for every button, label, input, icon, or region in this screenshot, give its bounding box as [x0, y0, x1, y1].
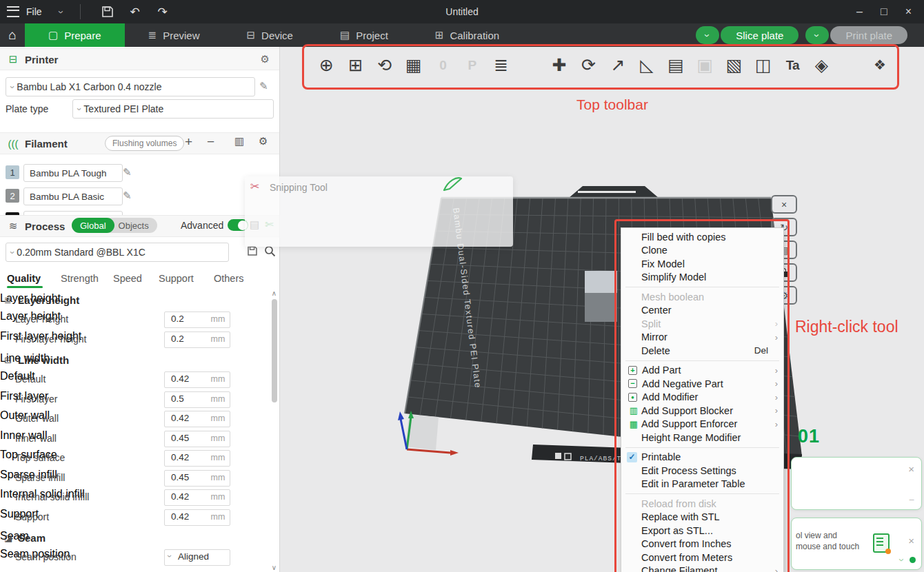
toast-collapse-icon[interactable]: − [909, 494, 914, 505]
undo-icon[interactable]: ↶ [125, 5, 145, 19]
param-value[interactable]: 0.2 [171, 314, 184, 324]
context-menu-item[interactable]: Edit Process Settings [621, 464, 783, 478]
context-menu-item[interactable]: Height Range Modifier [621, 431, 783, 445]
sidebar-scrollbar[interactable]: ∧ ∨ [270, 289, 279, 572]
context-menu-item[interactable]: ▦ Add Support Enforcer › [621, 418, 783, 431]
context-menu-item[interactable]: − Add Negative Part › [621, 377, 783, 391]
printer-settings-gear-icon[interactable]: ⚙ [261, 53, 270, 65]
context-menu-item[interactable]: ✓ Printable [621, 451, 783, 464]
filament-edit-icon[interactable]: ✎ [123, 190, 132, 202]
process-scope-toggle[interactable]: Global Objects [72, 218, 157, 233]
menu-item-label: Edit in Parameter Table [641, 478, 768, 489]
toast-expand-icon[interactable]: › [897, 558, 907, 562]
context-menu-item[interactable] [621, 491, 783, 497]
filament-name-select[interactable]: Bambu PLA Basic [23, 187, 123, 205]
process-preset-select[interactable]: › 0.20mm Standard @BBL X1C [6, 243, 229, 262]
param-unit: mm [207, 374, 229, 384]
context-menu-item[interactable]: Clone [621, 244, 783, 258]
plate-type-select[interactable]: › Textured PEI Plate [72, 99, 274, 119]
context-menu-item[interactable]: Mesh boolean [621, 290, 783, 304]
menu-icon[interactable] [7, 6, 19, 17]
tab-calibration[interactable]: ⊞ Calibration [412, 23, 523, 47]
tab-project[interactable]: ▤ Project [317, 23, 412, 47]
group-title: Layer height [18, 294, 79, 306]
context-menu-item[interactable]: Delete Del [621, 344, 783, 358]
filament-number-badge[interactable]: 1 [6, 165, 19, 179]
scope-objects[interactable]: Objects [114, 221, 157, 231]
context-menu-item[interactable]: Center [621, 304, 783, 318]
home-icon[interactable]: ⌂ [0, 23, 25, 47]
search-preset-icon[interactable] [264, 245, 276, 257]
model-cube-top[interactable] [585, 271, 617, 293]
scope-global[interactable]: Global [72, 218, 114, 233]
redo-icon[interactable]: ↷ [152, 5, 173, 19]
toast-close-icon[interactable]: × [908, 535, 914, 547]
ams-icon[interactable]: ▥ [234, 135, 244, 147]
context-menu-item[interactable]: Convert from Inches [621, 538, 783, 551]
filament-edit-icon[interactable]: ✎ [123, 166, 132, 178]
minimize-icon[interactable]: – [856, 6, 863, 18]
file-menu[interactable]: File [26, 6, 42, 17]
context-menu-item[interactable]: Change Filament › [621, 564, 783, 572]
filament-number-badge[interactable]: 2 [6, 189, 19, 203]
clipboard-icon[interactable] [873, 533, 890, 553]
param-value[interactable]: 0.42 [171, 452, 189, 462]
context-menu-item[interactable]: Fill bed with copies [621, 230, 783, 244]
tab-device[interactable]: ⊟ Device [223, 23, 317, 47]
param-value[interactable]: 0.42 [171, 511, 189, 522]
param-value[interactable]: 0.42 [171, 374, 189, 384]
maximize-icon[interactable]: □ [881, 6, 887, 18]
context-menu-item[interactable]: Convert from Meters [621, 551, 783, 564]
tab-support[interactable]: Support [159, 273, 194, 284]
submenu-chevron-icon: › [775, 419, 778, 429]
print-options-icon[interactable]: › [805, 26, 829, 44]
param-value[interactable]: 0.5 [171, 394, 184, 404]
tab-quality[interactable]: Quality [7, 273, 41, 284]
print-plate-button[interactable]: Print plate [830, 26, 907, 44]
chevron-down-icon[interactable]: › [57, 10, 67, 14]
model-cube-front[interactable] [585, 293, 617, 322]
printer-edit-icon[interactable]: ✎ [259, 80, 268, 92]
context-menu-item[interactable]: Edit in Parameter Table [621, 478, 783, 491]
tab-prepare[interactable]: ▢ Prepare [25, 23, 125, 47]
context-menu-item[interactable]: ▥ Add Support Blocker › [621, 404, 783, 418]
scroll-down-icon[interactable]: ∨ [270, 564, 279, 571]
slice-options-icon[interactable]: › [696, 26, 719, 44]
context-menu-item[interactable] [621, 445, 783, 451]
save-preset-icon[interactable] [247, 245, 258, 256]
context-menu-item[interactable] [621, 358, 783, 364]
param-value[interactable]: 0.42 [171, 491, 189, 502]
filament-settings-gear-icon[interactable]: ⚙ [259, 135, 268, 147]
context-menu-item[interactable]: Reload from disk [621, 497, 783, 511]
slice-plate-button[interactable]: Slice plate [721, 26, 799, 44]
remove-filament-icon[interactable]: − [207, 134, 214, 150]
scroll-up-icon[interactable]: ∧ [270, 289, 279, 297]
param-value[interactable]: 0.42 [171, 413, 189, 423]
save-icon[interactable] [101, 6, 114, 18]
param-value[interactable]: 0.2 [171, 334, 184, 344]
delete-plate-icon[interactable]: × [771, 195, 797, 214]
context-menu-item[interactable]: Replace with STL [621, 511, 783, 524]
context-menu-item[interactable]: + Add Part › [621, 364, 783, 378]
param-value[interactable]: 0.45 [171, 433, 189, 443]
scrollbar-thumb[interactable] [272, 299, 277, 402]
param-value[interactable]: 0.45 [171, 472, 189, 482]
context-menu-item[interactable]: Mirror › [621, 331, 783, 345]
context-menu-item[interactable]: Fix Model [621, 257, 783, 271]
filament-name-select[interactable]: Bambu PLA Tough [23, 164, 123, 182]
context-menu-item[interactable]: Split › [621, 317, 783, 331]
context-menu-item[interactable]: Simplify Model [621, 271, 783, 285]
context-menu-item[interactable]: ● Add Modifier › [621, 391, 783, 405]
context-menu-item[interactable]: Export as STL... [621, 524, 783, 538]
close-icon[interactable]: × [905, 6, 912, 18]
tab-others[interactable]: Others [214, 273, 244, 284]
tab-strength[interactable]: Strength [61, 273, 99, 284]
tab-preview[interactable]: ≣ Preview [125, 23, 223, 47]
add-filament-icon[interactable]: + [185, 134, 192, 150]
flushing-volumes-button[interactable]: Flushing volumes [105, 136, 184, 151]
context-menu-item[interactable] [621, 284, 783, 290]
tab-speed[interactable]: Speed [113, 273, 142, 284]
param-value[interactable]: Aligned [178, 551, 209, 562]
printer-select[interactable]: › Bambu Lab X1 Carbon 0.4 nozzle [6, 77, 255, 96]
toast-close-icon[interactable]: × [908, 463, 914, 475]
